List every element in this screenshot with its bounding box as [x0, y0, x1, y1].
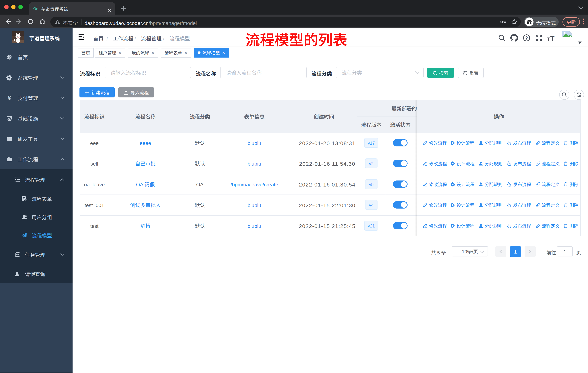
- svg-text:?: ?: [525, 36, 528, 40]
- svg-text:T: T: [547, 36, 550, 41]
- svg-text:¥: ¥: [8, 95, 11, 101]
- svg-text:T: T: [550, 35, 555, 41]
